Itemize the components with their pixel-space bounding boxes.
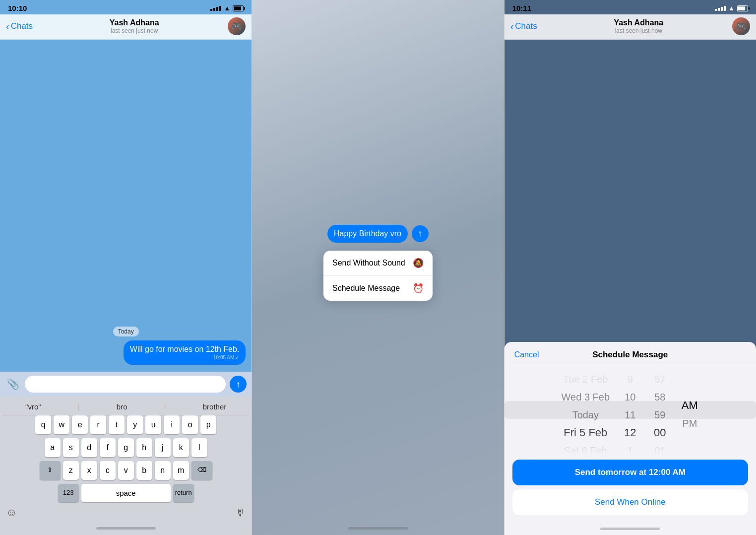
signal-icon	[210, 6, 221, 11]
key-i[interactable]: i	[164, 415, 180, 434]
context-menu-label-silent: Send Without Sound	[332, 259, 405, 268]
picker-ampm-column[interactable]: AM PM	[675, 370, 704, 450]
attach-button[interactable]: 📎	[5, 376, 21, 392]
input-bar: 📎 Happy Birthday vro ↑	[0, 372, 252, 397]
picker-ampm-0: AM	[675, 397, 704, 414]
kbd-row-4: 123 space return	[2, 484, 250, 502]
key-p[interactable]: p	[200, 415, 216, 434]
picker-date-0: Tue 2 Feb	[556, 370, 615, 388]
screen-2: Happy Birthday vro ↑ Send Without Sound …	[252, 0, 504, 535]
send-scheduled-button[interactable]: Send tomorrow at 12:00 AM	[512, 460, 748, 485]
emoji-key[interactable]: ☺	[6, 506, 17, 519]
key-o[interactable]: o	[182, 415, 198, 434]
battery-icon-3	[737, 5, 748, 11]
chevron-left-icon: ‹	[6, 21, 9, 31]
nav-bar-1: ‹ Chats Yash Adhana last seen just now 🎮	[0, 14, 252, 40]
wifi-icon: ▲	[224, 4, 230, 12]
kbd-row-3: ⇧ z x c v b n m ⌫	[2, 461, 250, 480]
picker-container: Tue 2 Feb Wed 3 Feb Today Fri 5 Feb Sat …	[504, 365, 756, 455]
screen-3: 10:11 ▲ ‹ Chats Yash Adhana last seen ju…	[504, 0, 756, 535]
key-v[interactable]: v	[118, 461, 134, 480]
picker-hour-1: 10	[615, 388, 645, 406]
numbers-key[interactable]: 123	[58, 484, 79, 502]
avatar-3[interactable]: 🎮	[732, 17, 750, 35]
key-t[interactable]: t	[109, 415, 125, 434]
key-x[interactable]: x	[81, 461, 97, 480]
message-bubble-sent: Will go for movies on 12th Feb. 10:05 AM…	[124, 340, 246, 365]
key-a[interactable]: a	[45, 438, 61, 457]
key-c[interactable]: c	[100, 461, 116, 480]
key-w[interactable]: w	[54, 415, 69, 434]
suggestion-2[interactable]: bro	[117, 402, 127, 411]
back-button-3[interactable]: ‹ Chats	[510, 21, 545, 31]
picker-date-4: Sat 6 Feb	[556, 442, 615, 455]
message-input[interactable]: Happy Birthday vro	[25, 376, 226, 393]
screen-2-send-button[interactable]: ↑	[412, 225, 429, 242]
key-y[interactable]: y	[127, 415, 143, 434]
screen-2-message-text: Happy Birthday vro	[334, 229, 401, 238]
picker-date-1: Wed 3 Feb	[556, 388, 615, 406]
home-indicator-3	[504, 525, 756, 535]
signal-icon-3	[715, 6, 726, 11]
back-button-1[interactable]: ‹ Chats	[6, 21, 41, 31]
back-label-3: Chats	[515, 21, 537, 31]
key-e[interactable]: e	[72, 415, 88, 434]
key-f[interactable]: f	[100, 438, 116, 457]
key-l[interactable]: l	[191, 438, 207, 457]
avatar-1[interactable]: 🎮	[228, 17, 246, 35]
shift-key[interactable]: ⇧	[40, 461, 61, 480]
return-key[interactable]: return	[173, 484, 194, 502]
status-bar-3: 10:11 ▲	[504, 0, 756, 14]
key-q[interactable]: q	[35, 415, 51, 434]
picker-hour-column[interactable]: 9 10 11 12 1 2 3	[615, 370, 645, 450]
picker-date-column[interactable]: Tue 2 Feb Wed 3 Feb Today Fri 5 Feb Sat …	[556, 370, 615, 450]
context-menu-item-schedule[interactable]: Schedule Message ⏰	[323, 276, 433, 301]
keyboard: "vro" | bro | brother q w e r t y u i o …	[0, 397, 252, 535]
picker-hour-4: 1	[615, 442, 645, 455]
status-icons-1: ▲	[210, 4, 244, 12]
date-badge: Today	[113, 327, 139, 336]
key-m[interactable]: m	[173, 461, 189, 480]
contact-name-3: Yash Adhana	[614, 18, 663, 27]
suggestion-1[interactable]: "vro"	[25, 402, 41, 411]
chevron-left-icon-3: ‹	[510, 21, 514, 31]
cancel-button[interactable]: Cancel	[514, 350, 539, 359]
message-time: 10:05 AM ✓	[130, 355, 240, 360]
key-d[interactable]: d	[81, 438, 97, 457]
key-u[interactable]: u	[145, 415, 161, 434]
microphone-key[interactable]: 🎙	[236, 507, 246, 519]
picker-minute-0: 57	[645, 370, 675, 388]
picker-ampm-1: PM	[675, 414, 704, 432]
kbd-bottom: ☺ 🎙	[2, 506, 250, 523]
context-menu-item-silent[interactable]: Send Without Sound 🔕	[323, 251, 433, 276]
key-z[interactable]: z	[63, 461, 79, 480]
picker-minute-3: 00	[645, 424, 675, 442]
key-g[interactable]: g	[118, 438, 134, 457]
kbd-row-2: a s d f g h j k l	[2, 438, 250, 457]
send-button-1[interactable]: ↑	[230, 376, 247, 393]
kbd-suggestions: "vro" | bro | brother	[2, 401, 250, 415]
kbd-row-1: q w e r t y u i o p	[2, 415, 250, 434]
suggestion-3[interactable]: brother	[203, 402, 227, 411]
picker-minute-2: 59	[645, 406, 675, 424]
picker-hour-3: 12	[615, 424, 645, 442]
contact-status-3: last seen just now	[615, 27, 662, 34]
key-n[interactable]: n	[155, 461, 171, 480]
picker-minute-4: 01	[645, 442, 675, 455]
nav-center-3: Yash Adhana last seen just now	[545, 18, 732, 34]
space-key[interactable]: space	[81, 484, 171, 502]
send-when-online-button[interactable]: Send When Online	[512, 489, 748, 515]
key-r[interactable]: r	[90, 415, 106, 434]
nav-center-1: Yash Adhana last seen just now	[41, 18, 228, 34]
picker-minute-column[interactable]: 57 58 59 00 01 02 03	[645, 370, 675, 450]
key-b[interactable]: b	[136, 461, 152, 480]
backspace-key[interactable]: ⌫	[191, 461, 212, 480]
key-s[interactable]: s	[63, 438, 79, 457]
key-j[interactable]: j	[155, 438, 171, 457]
key-h[interactable]: h	[136, 438, 152, 457]
status-bar-1: 10:10 ▲	[0, 0, 252, 14]
key-k[interactable]: k	[173, 438, 189, 457]
chat-area-1: Today Will go for movies on 12th Feb. 10…	[0, 40, 252, 372]
screen-1: 10:10 ▲ ‹ Chats Yash Adhana last seen ju…	[0, 0, 252, 535]
screen-2-message-row: Happy Birthday vro ↑	[327, 225, 429, 243]
